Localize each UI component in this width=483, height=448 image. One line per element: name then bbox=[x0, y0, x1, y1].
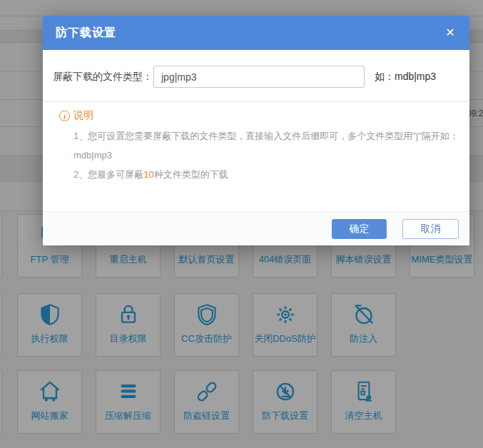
notice-line-2: 2、您最多可屏蔽10种文件类型的下载 bbox=[73, 168, 228, 182]
notice-heading: 说明 bbox=[73, 109, 93, 122]
notice-line-1: 1、您可设置您需要屏蔽下载的文件类型，直接输入文件后缀即可，多个文件类型用"|"… bbox=[73, 129, 459, 143]
blocked-filetypes-label: 屏蔽下载的文件类型： bbox=[53, 66, 153, 88]
divider bbox=[43, 101, 469, 102]
dialog-header: 防下载设置 ✕ bbox=[43, 16, 469, 50]
close-icon[interactable]: ✕ bbox=[442, 25, 458, 41]
notice-line-1-continued: mdb|mp3 bbox=[73, 148, 112, 163]
dialog-title: 防下载设置 bbox=[56, 26, 116, 41]
cancel-button[interactable]: 取消 bbox=[402, 219, 459, 239]
notice-line-2-suffix: 种文件类型的下载 bbox=[154, 169, 228, 180]
notice-line-2-prefix: 2、您最多可屏蔽 bbox=[73, 169, 143, 180]
dialog-footer: 确定 取消 bbox=[43, 211, 469, 245]
example-hint: 如：mdb|mp3 bbox=[375, 66, 436, 88]
anti-download-settings-dialog: 防下载设置 ✕ 屏蔽下载的文件类型： 如：mdb|mp3 i 说明 1、您可设置… bbox=[43, 16, 469, 245]
confirm-button[interactable]: 确定 bbox=[332, 219, 387, 239]
notice-line-2-highlight: 10 bbox=[143, 169, 153, 180]
blocked-filetypes-input[interactable] bbox=[153, 66, 365, 88]
app-window: 09:2 FTP 管理 重启主机 默认首页设置 404错误页面 bbox=[0, 0, 483, 448]
info-icon: i bbox=[59, 111, 70, 121]
